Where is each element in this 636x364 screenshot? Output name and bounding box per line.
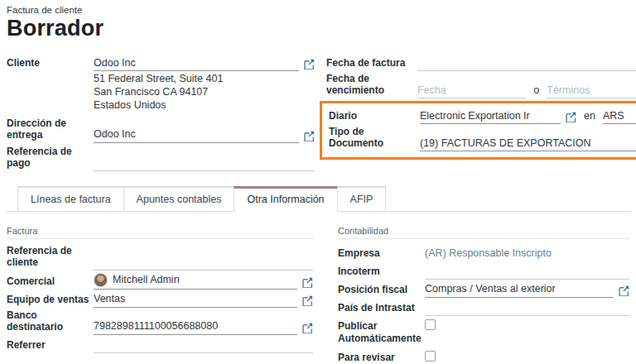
header-form-left: Cliente Odoo Inc 51 Federal Street, Suit…	[7, 55, 315, 173]
breadcrumb[interactable]: Factura de cliente	[7, 5, 631, 15]
tab-lineas-de-factura[interactable]: Líneas de factura	[17, 186, 124, 211]
header-form: Cliente Odoo Inc 51 Federal Street, Suit…	[7, 55, 631, 173]
tipo-documento-field[interactable]: (19) FACTURAS DE EXPORTACION	[420, 136, 636, 151]
diario-connector: en	[584, 110, 595, 122]
tipo-documento-row: Tipo de Documento (19) FACTURAS DE EXPOR…	[329, 126, 636, 151]
address-line: 51 Federal Street, Suite 401	[94, 73, 315, 86]
diario-currency-value[interactable]: ARS	[603, 110, 624, 122]
cliente-value[interactable]: Odoo Inc	[94, 57, 286, 69]
direccion-entrega-value[interactable]: Odoo Inc	[94, 128, 286, 140]
publicar-automaticamente-label: Publicar Automáticamente	[338, 319, 425, 347]
banco-destinatario-label: Banco destinatario	[7, 309, 94, 335]
cliente-label: Cliente	[7, 57, 94, 71]
banco-destinatario-value[interactable]: 7982898111100056688080	[94, 320, 284, 332]
terminos-placeholder[interactable]: Términos	[547, 84, 636, 96]
para-revisar-label: Para revisar	[338, 351, 425, 364]
referencia-cliente-row: Referencia de cliente	[7, 245, 313, 271]
empresa-row: Empresa (AR) Responsable Inscripto	[338, 245, 629, 261]
external-link-icon[interactable]	[619, 285, 629, 296]
referrer-label: Referrer	[7, 339, 94, 353]
vencimiento-connector: o	[533, 84, 539, 96]
referencia-pago-label: Referencia de pago	[7, 146, 94, 171]
header-form-right: Fecha de factura Fecha de vencimiento Fe…	[326, 55, 636, 173]
address-line: San Francisco CA 94107	[94, 86, 315, 99]
banco-destinatario-row: Banco destinatario 798289811110005668808…	[7, 309, 313, 335]
direccion-entrega-row: Dirección de entrega Odoo Inc	[7, 117, 315, 143]
cliente-address: 51 Federal Street, Suite 401 San Francis…	[94, 73, 315, 113]
external-link-icon[interactable]	[302, 295, 313, 306]
tipo-documento-value[interactable]: (19) FACTURAS DE EXPORTACION	[420, 137, 636, 149]
notebook-tabs: Líneas de factura Apuntes contables Otra…	[7, 186, 631, 212]
diario-row: Diario Electronic Exportation Ir en ARS	[329, 108, 636, 124]
terminos-input[interactable]: Términos	[547, 83, 636, 98]
equipo-ventas-field[interactable]: Ventas	[94, 292, 297, 308]
tab-otra-informacion[interactable]: Otra Información	[234, 186, 337, 212]
para-revisar-row: Para revisar	[338, 351, 629, 364]
para-revisar-checkbox[interactable]	[425, 351, 436, 362]
incoterm-label: Incoterm	[338, 266, 425, 280]
equipo-ventas-value[interactable]: Ventas	[94, 293, 284, 304]
diario-value[interactable]: Electronic Exportation Ir	[420, 110, 547, 122]
group-column-right: Contabilidad Empresa (AR) Responsable In…	[338, 226, 629, 364]
invoice-form-page: Factura de cliente Borrador Cliente Odoo…	[0, 0, 636, 364]
pais-intrastat-row: País de Intrastat	[338, 299, 629, 316]
posicion-fiscal-value[interactable]: Compras / Ventas al exterior	[425, 283, 600, 295]
comercial-row: Comercial Mitchell Admin	[7, 272, 313, 290]
banco-destinatario-field[interactable]: 7982898111100056688080	[94, 319, 297, 335]
fecha-factura-row: Fecha de factura	[326, 55, 636, 71]
external-link-icon[interactable]	[302, 277, 313, 288]
tipo-documento-label: Tipo de Documento	[329, 126, 420, 151]
empresa-field: (AR) Responsable Inscripto	[425, 246, 629, 261]
referrer-input[interactable]	[94, 338, 313, 353]
referencia-pago-input[interactable]	[94, 156, 315, 171]
posicion-fiscal-field[interactable]: Compras / Ventas al exterior	[425, 282, 614, 298]
tab-apuntes-contables[interactable]: Apuntes contables	[123, 186, 235, 211]
external-link-icon[interactable]	[304, 59, 315, 69]
tab-content-otra-informacion: Factura Referencia de cliente Comercial …	[7, 212, 631, 364]
incoterm-row: Incoterm	[338, 263, 629, 280]
external-link-icon[interactable]	[302, 323, 313, 333]
highlight-box-diario: Diario Electronic Exportation Ir en ARS …	[320, 101, 636, 160]
diario-label: Diario	[329, 110, 420, 124]
fecha-vencimiento-date-input[interactable]: Fecha	[417, 83, 526, 98]
direccion-entrega-field[interactable]: Odoo Inc	[94, 127, 299, 143]
cliente-field[interactable]: Odoo Inc	[94, 55, 299, 71]
referencia-cliente-label: Referencia de cliente	[7, 245, 94, 271]
fecha-factura-input[interactable]	[417, 55, 636, 71]
external-link-icon[interactable]	[304, 131, 315, 141]
comercial-label: Comercial	[7, 275, 94, 290]
diario-currency-field[interactable]: ARS	[603, 108, 636, 124]
fecha-vencimiento-label: Fecha de vencimiento	[326, 73, 417, 98]
page-title: Borrador	[7, 16, 631, 41]
direccion-entrega-label: Dirección de entrega	[7, 117, 94, 143]
group-title-factura: Factura	[7, 226, 313, 239]
equipo-ventas-row: Equipo de ventas Ventas	[7, 291, 313, 308]
comercial-value[interactable]: Mitchell Admin	[113, 274, 284, 285]
group-title-contabilidad: Contabilidad	[338, 226, 629, 239]
empresa-label: Empresa	[338, 247, 425, 261]
comercial-field[interactable]: Mitchell Admin	[94, 272, 297, 290]
posicion-fiscal-row: Posición fiscal Compras / Ventas al exte…	[338, 281, 629, 298]
cliente-row: Cliente Odoo Inc	[7, 55, 315, 71]
avatar	[94, 273, 108, 287]
referrer-row: Referrer	[7, 337, 313, 353]
pais-intrastat-input[interactable]	[425, 300, 629, 316]
posicion-fiscal-label: Posición fiscal	[338, 284, 425, 298]
tab-afip[interactable]: AFIP	[337, 186, 387, 211]
address-line: Estados Unidos	[94, 99, 315, 113]
group-column-left: Factura Referencia de cliente Comercial …	[7, 226, 313, 364]
fecha-placeholder[interactable]: Fecha	[417, 84, 513, 96]
pais-intrastat-label: País de Intrastat	[338, 302, 425, 316]
fecha-vencimiento-row: Fecha de vencimiento Fecha o Términos	[326, 73, 636, 98]
equipo-ventas-label: Equipo de ventas	[7, 294, 94, 308]
empresa-value: (AR) Responsable Inscripto	[425, 247, 628, 259]
referencia-pago-row: Referencia de pago	[7, 146, 315, 171]
incoterm-input[interactable]	[425, 264, 629, 280]
fecha-factura-label: Fecha de factura	[326, 57, 417, 71]
publicar-automaticamente-row: Publicar Automáticamente	[338, 319, 629, 347]
referencia-cliente-input[interactable]	[94, 255, 313, 271]
diario-field[interactable]: Electronic Exportation Ir	[420, 108, 561, 124]
publicar-automaticamente-checkbox[interactable]	[425, 319, 436, 330]
external-link-icon[interactable]	[566, 112, 576, 122]
